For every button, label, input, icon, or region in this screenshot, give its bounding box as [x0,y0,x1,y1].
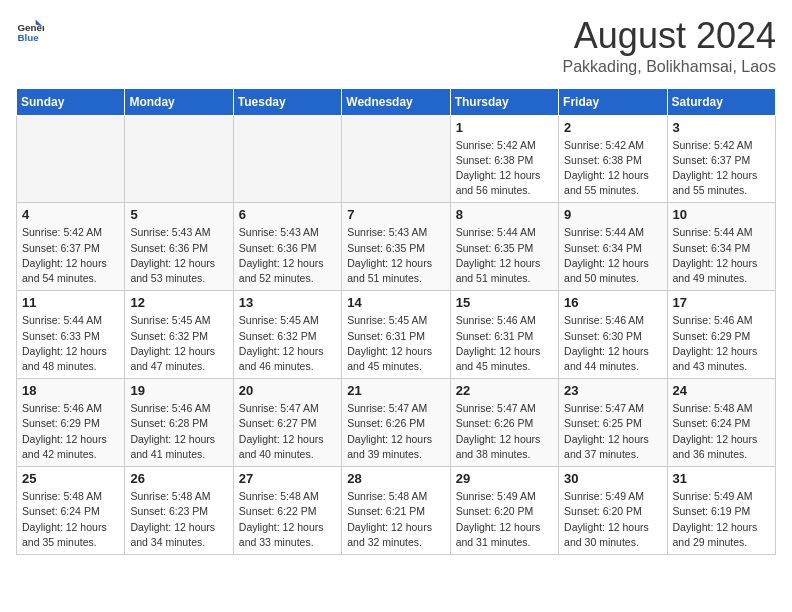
calendar-cell: 6Sunrise: 5:43 AMSunset: 6:36 PMDaylight… [233,203,341,291]
day-number: 8 [456,207,553,222]
day-info: Sunrise: 5:42 AMSunset: 6:38 PMDaylight:… [456,138,553,199]
header-day-wednesday: Wednesday [342,88,450,115]
calendar-cell: 21Sunrise: 5:47 AMSunset: 6:26 PMDayligh… [342,379,450,467]
day-info: Sunrise: 5:46 AMSunset: 6:29 PMDaylight:… [22,401,119,462]
day-number: 6 [239,207,336,222]
day-info: Sunrise: 5:46 AMSunset: 6:28 PMDaylight:… [130,401,227,462]
calendar-cell: 4Sunrise: 5:42 AMSunset: 6:37 PMDaylight… [17,203,125,291]
day-number: 24 [673,383,770,398]
day-number: 21 [347,383,444,398]
calendar-cell: 11Sunrise: 5:44 AMSunset: 6:33 PMDayligh… [17,291,125,379]
calendar-cell: 27Sunrise: 5:48 AMSunset: 6:22 PMDayligh… [233,467,341,555]
calendar-cell: 18Sunrise: 5:46 AMSunset: 6:29 PMDayligh… [17,379,125,467]
day-info: Sunrise: 5:43 AMSunset: 6:35 PMDaylight:… [347,225,444,286]
calendar-cell: 17Sunrise: 5:46 AMSunset: 6:29 PMDayligh… [667,291,775,379]
day-number: 26 [130,471,227,486]
day-number: 10 [673,207,770,222]
week-row-1: 1Sunrise: 5:42 AMSunset: 6:38 PMDaylight… [17,115,776,203]
day-info: Sunrise: 5:46 AMSunset: 6:30 PMDaylight:… [564,313,661,374]
calendar-cell: 10Sunrise: 5:44 AMSunset: 6:34 PMDayligh… [667,203,775,291]
day-info: Sunrise: 5:47 AMSunset: 6:26 PMDaylight:… [456,401,553,462]
calendar-cell: 22Sunrise: 5:47 AMSunset: 6:26 PMDayligh… [450,379,558,467]
day-number: 7 [347,207,444,222]
day-number: 18 [22,383,119,398]
day-info: Sunrise: 5:42 AMSunset: 6:37 PMDaylight:… [22,225,119,286]
header-day-tuesday: Tuesday [233,88,341,115]
calendar-cell: 15Sunrise: 5:46 AMSunset: 6:31 PMDayligh… [450,291,558,379]
day-number: 12 [130,295,227,310]
day-info: Sunrise: 5:48 AMSunset: 6:22 PMDaylight:… [239,489,336,550]
day-info: Sunrise: 5:44 AMSunset: 6:35 PMDaylight:… [456,225,553,286]
day-info: Sunrise: 5:43 AMSunset: 6:36 PMDaylight:… [239,225,336,286]
week-row-4: 18Sunrise: 5:46 AMSunset: 6:29 PMDayligh… [17,379,776,467]
day-info: Sunrise: 5:44 AMSunset: 6:34 PMDaylight:… [564,225,661,286]
calendar-cell: 3Sunrise: 5:42 AMSunset: 6:37 PMDaylight… [667,115,775,203]
day-info: Sunrise: 5:47 AMSunset: 6:26 PMDaylight:… [347,401,444,462]
day-info: Sunrise: 5:48 AMSunset: 6:23 PMDaylight:… [130,489,227,550]
day-number: 22 [456,383,553,398]
day-number: 16 [564,295,661,310]
day-info: Sunrise: 5:49 AMSunset: 6:20 PMDaylight:… [564,489,661,550]
day-info: Sunrise: 5:49 AMSunset: 6:20 PMDaylight:… [456,489,553,550]
day-info: Sunrise: 5:42 AMSunset: 6:37 PMDaylight:… [673,138,770,199]
calendar-cell: 13Sunrise: 5:45 AMSunset: 6:32 PMDayligh… [233,291,341,379]
calendar-cell: 14Sunrise: 5:45 AMSunset: 6:31 PMDayligh… [342,291,450,379]
calendar-cell: 16Sunrise: 5:46 AMSunset: 6:30 PMDayligh… [559,291,667,379]
day-number: 2 [564,120,661,135]
week-row-2: 4Sunrise: 5:42 AMSunset: 6:37 PMDaylight… [17,203,776,291]
header-day-friday: Friday [559,88,667,115]
logo-icon: General Blue [16,16,44,44]
calendar-table: SundayMondayTuesdayWednesdayThursdayFrid… [16,88,776,555]
days-of-week-row: SundayMondayTuesdayWednesdayThursdayFrid… [17,88,776,115]
day-info: Sunrise: 5:44 AMSunset: 6:34 PMDaylight:… [673,225,770,286]
calendar-cell [342,115,450,203]
day-number: 14 [347,295,444,310]
week-row-5: 25Sunrise: 5:48 AMSunset: 6:24 PMDayligh… [17,467,776,555]
day-number: 27 [239,471,336,486]
page-title: August 2024 [563,16,776,56]
day-number: 4 [22,207,119,222]
calendar-cell: 29Sunrise: 5:49 AMSunset: 6:20 PMDayligh… [450,467,558,555]
calendar-cell: 19Sunrise: 5:46 AMSunset: 6:28 PMDayligh… [125,379,233,467]
day-info: Sunrise: 5:48 AMSunset: 6:21 PMDaylight:… [347,489,444,550]
header: General Blue August 2024 Pakkading, Boli… [16,16,776,76]
calendar-cell: 9Sunrise: 5:44 AMSunset: 6:34 PMDaylight… [559,203,667,291]
page-subtitle: Pakkading, Bolikhamsai, Laos [563,58,776,76]
calendar-cell: 12Sunrise: 5:45 AMSunset: 6:32 PMDayligh… [125,291,233,379]
day-info: Sunrise: 5:47 AMSunset: 6:25 PMDaylight:… [564,401,661,462]
day-info: Sunrise: 5:48 AMSunset: 6:24 PMDaylight:… [22,489,119,550]
day-number: 19 [130,383,227,398]
day-number: 23 [564,383,661,398]
day-info: Sunrise: 5:45 AMSunset: 6:31 PMDaylight:… [347,313,444,374]
title-area: August 2024 Pakkading, Bolikhamsai, Laos [563,16,776,76]
header-day-monday: Monday [125,88,233,115]
day-number: 17 [673,295,770,310]
calendar-cell: 1Sunrise: 5:42 AMSunset: 6:38 PMDaylight… [450,115,558,203]
day-number: 1 [456,120,553,135]
calendar-cell: 23Sunrise: 5:47 AMSunset: 6:25 PMDayligh… [559,379,667,467]
calendar-cell [233,115,341,203]
calendar-cell: 7Sunrise: 5:43 AMSunset: 6:35 PMDaylight… [342,203,450,291]
calendar-cell: 5Sunrise: 5:43 AMSunset: 6:36 PMDaylight… [125,203,233,291]
day-number: 29 [456,471,553,486]
day-number: 3 [673,120,770,135]
day-info: Sunrise: 5:46 AMSunset: 6:31 PMDaylight:… [456,313,553,374]
calendar-cell: 2Sunrise: 5:42 AMSunset: 6:38 PMDaylight… [559,115,667,203]
day-number: 9 [564,207,661,222]
header-day-saturday: Saturday [667,88,775,115]
calendar-cell: 31Sunrise: 5:49 AMSunset: 6:19 PMDayligh… [667,467,775,555]
day-info: Sunrise: 5:46 AMSunset: 6:29 PMDaylight:… [673,313,770,374]
day-info: Sunrise: 5:47 AMSunset: 6:27 PMDaylight:… [239,401,336,462]
svg-text:Blue: Blue [17,32,39,43]
calendar-header: SundayMondayTuesdayWednesdayThursdayFrid… [17,88,776,115]
calendar-cell: 25Sunrise: 5:48 AMSunset: 6:24 PMDayligh… [17,467,125,555]
day-info: Sunrise: 5:49 AMSunset: 6:19 PMDaylight:… [673,489,770,550]
calendar-cell: 30Sunrise: 5:49 AMSunset: 6:20 PMDayligh… [559,467,667,555]
calendar-cell: 26Sunrise: 5:48 AMSunset: 6:23 PMDayligh… [125,467,233,555]
calendar-cell: 28Sunrise: 5:48 AMSunset: 6:21 PMDayligh… [342,467,450,555]
day-info: Sunrise: 5:42 AMSunset: 6:38 PMDaylight:… [564,138,661,199]
week-row-3: 11Sunrise: 5:44 AMSunset: 6:33 PMDayligh… [17,291,776,379]
calendar-cell: 8Sunrise: 5:44 AMSunset: 6:35 PMDaylight… [450,203,558,291]
calendar-cell [125,115,233,203]
day-number: 13 [239,295,336,310]
